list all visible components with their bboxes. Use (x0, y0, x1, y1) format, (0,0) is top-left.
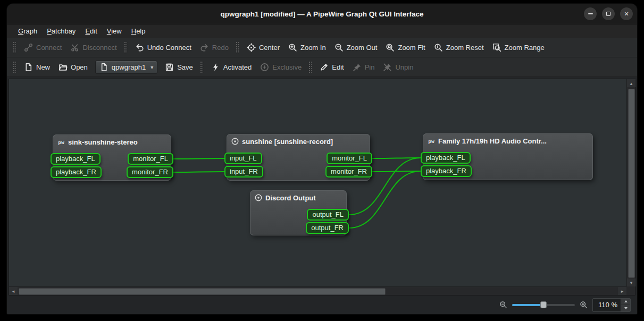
node-title: sunshine [sunshine-record] (242, 138, 333, 146)
zoom-slider[interactable] (512, 300, 575, 310)
button-label: Zoom Reset (446, 44, 484, 52)
unpin-icon (383, 63, 392, 72)
new-button[interactable]: New (20, 60, 54, 75)
node-title: Family 17h/19h HD Audio Contr... (438, 137, 547, 145)
toolbar-grip[interactable] (13, 41, 16, 53)
toolbar-grip[interactable] (308, 61, 312, 73)
port-playback_FR[interactable]: playback_FR (51, 166, 102, 178)
save-button[interactable]: Save (161, 60, 197, 75)
disconnect-icon (70, 43, 79, 52)
center-icon (247, 43, 256, 52)
graph-toolbar: ConnectDisconnectUndo ConnectRedoCenterZ… (7, 38, 637, 57)
redo-button[interactable]: Redo (196, 40, 233, 55)
node-header: pwFamily 17h/19h HD Audio Contr... (423, 133, 593, 147)
toolbar-grip[interactable] (124, 41, 127, 53)
connection-sink.monitor_FL-to-sunshine.input_FL[interactable] (173, 158, 224, 159)
close-button[interactable]: ✕ (620, 7, 633, 20)
node-sunshine[interactable]: sunshine [sunshine-record]input_FLinput_… (227, 134, 370, 181)
svg-text:pw: pw (428, 138, 434, 144)
port-playback_FL[interactable]: playback_FL (421, 152, 471, 164)
port-monitor_FL[interactable]: monitor_FL (128, 153, 173, 165)
port-input_FL[interactable]: input_FL (224, 153, 262, 164)
scrollbar-corner (626, 286, 635, 295)
zoom-value: 110 % (593, 299, 621, 311)
exclusive-icon (260, 63, 269, 72)
toolbar-grip[interactable] (13, 61, 16, 73)
maximize-button[interactable] (602, 7, 615, 20)
connect-icon (24, 43, 33, 52)
button-label: Activated (223, 63, 252, 71)
spinbox-arrows (621, 299, 630, 311)
open-button[interactable]: Open (54, 60, 92, 75)
button-label: New (36, 63, 50, 71)
status-bar: 110 % (7, 295, 637, 314)
scroll-down-button[interactable]: ▾ (627, 278, 635, 286)
toolbar-grip[interactable] (236, 41, 239, 53)
graph-canvas[interactable]: pwsink-sunshine-stereoplayback_FLplaybac… (9, 79, 626, 286)
minimize-button[interactable] (584, 7, 597, 20)
port-playback_FR[interactable]: playback_FR (421, 165, 472, 177)
port-monitor_FR[interactable]: monitor_FR (127, 166, 173, 178)
zoom-slider-handle[interactable] (540, 301, 547, 308)
zoom-fit-icon (386, 43, 395, 52)
center-button[interactable]: Center (242, 40, 284, 55)
scroll-up-button[interactable]: ▴ (627, 79, 635, 87)
button-label: Zoom Out (347, 44, 378, 52)
disconnect-button[interactable]: Disconnect (66, 40, 121, 55)
zoom-range-button[interactable]: Zoom Range (488, 40, 549, 55)
undo-connect-button[interactable]: Undo Connect (131, 40, 196, 55)
chevron-down-icon (624, 307, 628, 309)
scroll-left-button[interactable]: ◂ (9, 287, 18, 295)
pin-button[interactable]: Pin (348, 60, 379, 75)
port-output_FR[interactable]: output_FR (306, 222, 349, 234)
unpin-button[interactable]: Unpin (379, 60, 417, 75)
scroll-right-button[interactable]: ▸ (618, 287, 626, 295)
pipewire-icon: pw (427, 137, 436, 145)
menu-edit[interactable]: Edit (80, 26, 102, 37)
exclusive-button[interactable]: Exclusive (256, 60, 306, 75)
svg-text:pw: pw (58, 139, 64, 145)
button-label: Unpin (395, 63, 413, 71)
activated-button[interactable]: Activated (207, 60, 256, 75)
zoom-out-icon[interactable] (499, 301, 507, 309)
port-playback_FL[interactable]: playback_FL (51, 153, 101, 165)
node-family[interactable]: pwFamily 17h/19h HD Audio Contr...playba… (423, 133, 593, 180)
title-bar[interactable]: qpwgraph1 [modified] — A PipeWire Graph … (7, 4, 637, 24)
edit-icon (320, 63, 329, 72)
port-monitor_FL[interactable]: monitor_FL (327, 153, 372, 164)
port-output_FL[interactable]: output_FL (307, 209, 349, 221)
pin-icon (353, 63, 362, 72)
horizontal-scrollbar[interactable]: ◂ ▸ (9, 286, 626, 295)
toolbar-grip[interactable] (200, 61, 203, 73)
node-title: sink-sunshine-stereo (68, 138, 138, 146)
vertical-scrollbar[interactable]: ▴ ▾ (626, 79, 635, 286)
connection-sink.monitor_FR-to-sunshine.input_FR[interactable] (173, 172, 224, 172)
zoom-in-icon[interactable] (580, 301, 588, 309)
horizontal-scrollbar-thumb[interactable] (19, 288, 386, 295)
maximize-icon (606, 12, 610, 16)
combobox-value: qpwgraph1 (112, 63, 146, 71)
patchbay-toolbar: NewOpenqpwgraph1▾SaveActivatedExclusiveE… (7, 57, 637, 77)
menu-view[interactable]: View (102, 26, 127, 37)
zoom-in-button[interactable]: Zoom In (284, 40, 330, 55)
record-icon (254, 193, 263, 202)
edit-button[interactable]: Edit (315, 60, 348, 75)
port-monitor_FR[interactable]: monitor_FR (325, 166, 372, 178)
spin-down-button[interactable] (621, 305, 630, 311)
zoom-spinbox[interactable]: 110 % (592, 298, 631, 312)
zoom-reset-button[interactable]: Zoom Reset (430, 40, 488, 55)
button-label: Edit (332, 63, 344, 71)
menu-patchbay[interactable]: Patchbay (42, 26, 80, 37)
patchbay-profile-combobox[interactable]: qpwgraph1▾ (95, 61, 157, 74)
menu-help[interactable]: Help (127, 26, 150, 37)
button-label: Center (259, 44, 280, 52)
node-discord[interactable]: Discord Outputoutput_FLoutput_FR (250, 190, 347, 235)
zoom-out-button[interactable]: Zoom Out (330, 40, 382, 55)
spin-up-button[interactable] (621, 299, 630, 305)
connect-button[interactable]: Connect (20, 40, 66, 55)
zoom-fit-button[interactable]: Zoom Fit (381, 40, 429, 55)
port-input_FR[interactable]: input_FR (224, 166, 263, 178)
menu-graph[interactable]: Graph (13, 26, 42, 37)
node-sink[interactable]: pwsink-sunshine-stereoplayback_FLplaybac… (53, 134, 171, 181)
vertical-scrollbar-thumb[interactable] (628, 89, 635, 278)
